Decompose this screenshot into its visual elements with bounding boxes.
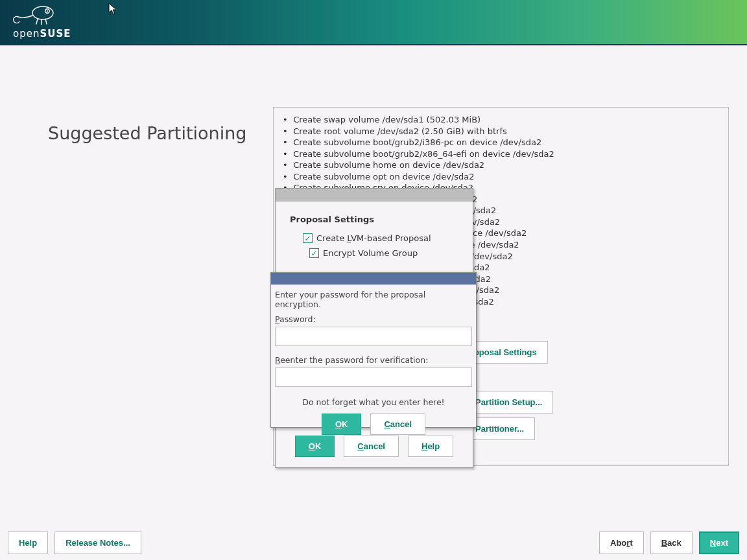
password-note: Do not forget what you enter here! bbox=[275, 397, 472, 407]
lvm-checkbox-label: Create LVM-based Proposal bbox=[316, 233, 431, 243]
encryption-password-dialog: Enter your password for the proposal enc… bbox=[270, 272, 477, 428]
reenter-password-label: Reenter the password for verification: bbox=[275, 355, 472, 365]
password-label: Password: bbox=[275, 314, 472, 324]
chameleon-icon bbox=[13, 5, 58, 27]
footer-abort-button[interactable]: Abort bbox=[599, 531, 644, 554]
proposal-heading: Proposal Settings bbox=[290, 215, 460, 224]
partition-item: • Create subvolume boot/grub2/x86_64-efi… bbox=[283, 148, 719, 160]
password-instruction: Enter your password for the proposal enc… bbox=[275, 290, 472, 309]
page-title: Suggested Partitioning bbox=[48, 123, 246, 143]
password-input[interactable] bbox=[275, 327, 472, 346]
encrypt-checkbox[interactable]: ✓ bbox=[309, 248, 319, 258]
password-dialog-titlebar[interactable] bbox=[271, 273, 476, 285]
content-area: Suggested Partitioning • Create swap vol… bbox=[0, 47, 747, 560]
footer-back-button[interactable]: Back bbox=[650, 531, 693, 554]
partition-item: • Create root volume /dev/sda2 (2.50 GiB… bbox=[283, 126, 719, 137]
partition-item: • Create swap volume /dev/sda1 (502.03 M… bbox=[283, 114, 719, 126]
header-bar: openSUSE bbox=[0, 0, 747, 45]
brand-text: openSUSE bbox=[13, 28, 71, 40]
footer-bar: Help Release Notes... Abort Back Next bbox=[0, 525, 747, 560]
footer-help-button[interactable]: Help bbox=[8, 531, 48, 554]
footer-next-button[interactable]: Next bbox=[699, 531, 739, 554]
proposal-dialog-titlebar[interactable] bbox=[276, 189, 473, 202]
lvm-checkbox[interactable]: ✓ bbox=[303, 233, 313, 243]
svg-point-0 bbox=[32, 6, 53, 19]
password-cancel-button[interactable]: Cancel bbox=[370, 414, 425, 435]
password-ok-button[interactable]: OK bbox=[322, 414, 362, 435]
svg-point-2 bbox=[47, 10, 48, 12]
partition-item: • Create subvolume home on device /dev/s… bbox=[283, 159, 719, 171]
reenter-password-input[interactable] bbox=[275, 368, 472, 387]
brand-logo: openSUSE bbox=[13, 5, 71, 40]
encrypt-checkbox-label: Encrypt Volume Group bbox=[323, 248, 418, 258]
lvm-checkbox-row[interactable]: ✓ Create LVM-based Proposal bbox=[303, 233, 460, 243]
footer-release-notes-button[interactable]: Release Notes... bbox=[54, 531, 141, 554]
partition-item: • Create subvolume boot/grub2/i386-pc on… bbox=[283, 137, 719, 148]
encrypt-checkbox-row[interactable]: ✓ Encrypt Volume Group bbox=[309, 248, 460, 258]
partition-item: • Create subvolume opt on device /dev/sd… bbox=[283, 171, 719, 183]
